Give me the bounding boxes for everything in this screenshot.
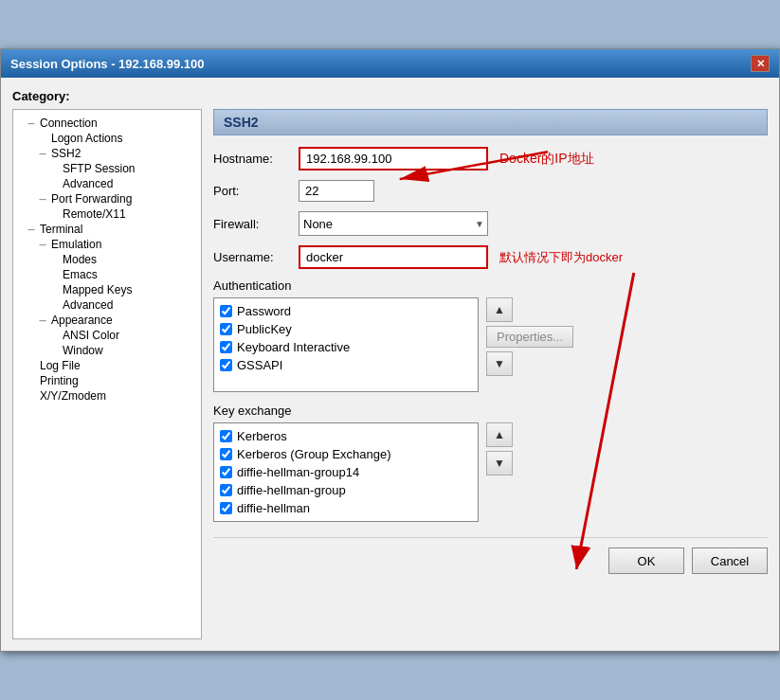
sidebar-item-terminal[interactable]: ─ Terminal [17,222,197,237]
hostname-input[interactable] [299,147,488,171]
sidebar-item-appearance[interactable]: ─ Appearance [17,313,197,328]
list-item[interactable]: Kerberos [218,427,474,445]
sidebar-item-emacs[interactable]: Emacs [17,267,197,282]
sidebar-item-label: Logon Actions [51,132,122,145]
firewall-select-wrapper: None HTTP Proxy SOCKS 4 SOCKS 5 [299,211,488,236]
sidebar-item-log-file[interactable]: Log File [17,358,197,373]
port-label: Port: [213,184,299,198]
sidebar-item-window[interactable]: Window [17,343,197,358]
auth-up-button[interactable]: ▲ [486,297,513,322]
sidebar-item-ssh2[interactable]: ─ SSH2 [17,146,197,161]
sidebar-item-advanced[interactable]: Advanced [17,176,197,191]
list-item[interactable]: Keyboard Interactive [218,338,474,356]
kex-up-button[interactable]: ▲ [486,422,513,447]
sidebar-item-label: Port Forwarding [51,192,132,206]
sidebar-item-ansi-color[interactable]: ANSI Color [17,328,197,343]
sidebar-item-label: Modes [63,253,97,266]
title-bar-buttons: ✕ [751,55,770,72]
sidebar-item-connection[interactable]: ─ Connection [17,116,197,131]
username-annotation: 默认情况下即为docker [499,249,623,266]
sidebar-item-label: Emulation [51,238,101,251]
list-item[interactable]: Kerberos (Group Exchange) [218,445,474,463]
kex-item-label: Kerberos (Group Exchange) [237,447,391,461]
list-item[interactable]: diffie-hellman-group [218,481,474,499]
list-item[interactable]: Password [218,302,474,320]
hostname-row: Hostname: Docker的IP地址 [213,147,768,171]
sidebar-item-advanced2[interactable]: Advanced [17,297,197,313]
kex-checkbox-dh2[interactable] [220,502,232,514]
sidebar-item-xyz[interactable]: X/Y/Zmodem [17,388,197,404]
auth-item-label: Password [237,304,291,318]
auth-content: Password PublicKey Keyboard Interactive [213,297,768,392]
sidebar-item-printing[interactable]: Printing [17,373,197,388]
session-options-window: Session Options - 192.168.99.100 ✕ Categ… [0,48,780,652]
firewall-select[interactable]: None HTTP Proxy SOCKS 4 SOCKS 5 [299,211,488,236]
kex-checkbox-dh14[interactable] [220,466,232,478]
firewall-label: Firewall: [213,217,299,231]
auth-checkbox-gssapi[interactable] [220,359,232,371]
sidebar-item-label: Terminal [40,223,82,236]
window-body: Category: ─ Connection Logon Actions ─ S… [1,78,779,651]
auth-checkbox-password[interactable] [220,305,232,317]
key-exchange-section: Key exchange Kerberos Kerberos (Group Ex… [213,404,768,522]
firewall-row: Firewall: None HTTP Proxy SOCKS 4 SOCKS … [213,211,768,236]
kex-checkbox-dh[interactable] [220,484,232,496]
sidebar-item-modes[interactable]: Modes [17,252,197,267]
auth-item-label: PublicKey [237,322,292,336]
sidebar-item-label: Connection [40,117,98,130]
category-label: Category: [12,89,768,103]
sidebar-item-label: Emacs [63,268,98,281]
key-exchange-list: Kerberos Kerberos (Group Exchange) diffi… [213,422,479,522]
hostname-label: Hostname: [213,152,299,166]
properties-button[interactable]: Properties... [486,326,573,348]
auth-down-button[interactable]: ▼ [486,351,513,376]
ok-button[interactable]: OK [608,547,684,574]
sidebar-item-label: Remote/X11 [63,207,126,221]
key-exchange-content: Kerberos Kerberos (Group Exchange) diffi… [213,422,768,522]
list-item[interactable]: GSSAPI [218,356,474,374]
list-item[interactable]: PublicKey [218,320,474,338]
auth-item-label: GSSAPI [237,358,282,372]
auth-side-buttons: ▲ Properties... ▼ [486,297,573,376]
category-tree: ─ Connection Logon Actions ─ SSH2 SFTP S… [12,109,202,639]
key-exchange-title: Key exchange [213,404,768,418]
hostname-annotation: Docker的IP地址 [499,151,594,168]
sidebar-item-emulation[interactable]: ─ Emulation [17,237,197,252]
kex-item-label: diffie-hellman-group14 [237,465,359,479]
window-title: Session Options - 192.168.99.100 [10,57,205,71]
sidebar-item-port-forwarding[interactable]: ─ Port Forwarding [17,191,197,206]
auth-section: Authentication Password PublicKey [213,278,768,392]
port-input[interactable] [299,180,374,202]
sidebar-item-mapped-keys[interactable]: Mapped Keys [17,282,197,297]
kex-checkbox-kerberos-group[interactable] [220,448,232,460]
sidebar-item-label: SFTP Session [63,162,135,175]
sidebar-item-label: Mapped Keys [63,283,132,296]
sidebar-item-remote-x11[interactable]: Remote/X11 [17,206,197,222]
auth-checkbox-keyboard[interactable] [220,341,232,353]
port-row: Port: [213,180,768,202]
list-item[interactable]: diffie-hellman [218,499,474,517]
expand-icon: ─ [27,224,36,235]
sidebar-item-label: ANSI Color [63,329,119,342]
kex-item-label: diffie-hellman-group [237,483,346,497]
close-button[interactable]: ✕ [751,55,770,72]
sidebar-item-sftp[interactable]: SFTP Session [17,161,197,176]
kex-item-label: diffie-hellman [237,501,310,515]
expand-icon: ─ [27,118,36,129]
expand-icon: ─ [38,240,47,250]
username-input[interactable] [299,245,488,269]
sidebar-item-label: Window [63,344,103,357]
sidebar-item-label: Advanced [63,298,113,312]
kex-checkbox-kerberos[interactable] [220,430,232,442]
title-bar: Session Options - 192.168.99.100 ✕ [1,49,779,78]
sidebar-item-logon-actions[interactable]: Logon Actions [17,131,197,146]
sidebar-item-label: SSH2 [51,147,81,160]
kex-down-button[interactable]: ▼ [486,451,513,476]
auth-checkbox-publickey[interactable] [220,323,232,335]
sidebar-item-label: Printing [40,374,79,387]
list-item[interactable]: diffie-hellman-group14 [218,463,474,481]
username-label: Username: [213,250,299,264]
form-panel: SSH2 Hostname: Docker的IP地址 Port: Fi [213,109,768,574]
cancel-button[interactable]: Cancel [692,547,768,574]
expand-icon: ─ [38,315,47,326]
